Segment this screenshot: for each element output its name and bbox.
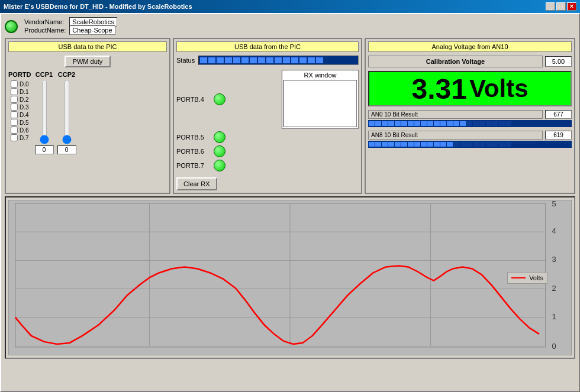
panel-left-title: USB data to the PIC (8, 41, 167, 52)
ccp2-label: CCP2 (58, 71, 75, 78)
chart-legend: Volts (507, 272, 547, 284)
product-name-label: ProductName: (22, 26, 67, 34)
portb4-label: PORTB.4 (176, 96, 209, 103)
connection-led (5, 20, 18, 33)
portd-d5: D.5 (11, 119, 29, 126)
svg-text:5: 5 (552, 200, 556, 208)
svg-text:1: 1 (552, 313, 556, 320)
panel-right-title: Analog Voltage from AN10 (368, 41, 572, 52)
chart-svg: 0 1 2 3 4 5 (9, 200, 571, 355)
portb6-led (214, 145, 225, 157)
portd-d6: D.6 (11, 127, 29, 134)
status-row: Status (176, 56, 359, 65)
window-buttons: _ □ ✕ (546, 2, 576, 11)
ccp2-column: CCP2 0 (57, 71, 76, 154)
ccp1-column: CCP1 0 (35, 71, 54, 154)
portb5-label: PORTB.5 (176, 134, 209, 141)
panel-mid-title: USB data from the PIC (176, 41, 359, 52)
portb7-label: PORTB.7 (176, 162, 209, 169)
portd-d3: D.3 (11, 103, 29, 111)
portd-d7: D.7 (11, 134, 29, 141)
checkbox-d2[interactable] (11, 96, 18, 103)
an8-label: AN8 10 Bit Result (368, 131, 543, 140)
svg-rect-13 (15, 203, 546, 347)
clear-rx-button[interactable]: Clear RX (176, 177, 217, 190)
checkbox-d5[interactable] (11, 119, 18, 126)
minimize-button[interactable]: _ (546, 2, 555, 11)
portd-d4: D.4 (11, 111, 29, 118)
ccp1-label: CCP1 (36, 71, 53, 78)
calibration-label: Calibration Voltage (368, 56, 543, 67)
panel-analog: Analog Voltage from AN10 Calibration Vol… (365, 38, 575, 194)
voltage-display: 3.31 Volts (368, 71, 572, 106)
portd-label: PORTD (8, 71, 31, 78)
close-button[interactable]: ✕ (567, 2, 576, 11)
checkbox-d4[interactable] (11, 111, 18, 118)
calibration-row: Calibration Voltage (368, 56, 572, 67)
voltage-unit: Volts (469, 74, 529, 103)
portd-checkboxes: D.0 D.1 D.2 D.3 D.4 D.5 D.6 D.7 (11, 80, 29, 141)
portb7-led (214, 160, 225, 171)
an8-row: AN8 10 Bit Result 619 (368, 131, 572, 140)
legend-line (511, 277, 526, 278)
calibration-input[interactable] (545, 56, 572, 67)
top-info: VendorName: ScaleRobotics ProductName: C… (5, 18, 575, 34)
portb4-led (214, 93, 225, 105)
chart-inner: 0 1 2 3 4 5 Volts (8, 200, 572, 355)
ccp1-value: 0 (35, 145, 54, 154)
portd-column: PORTD D.0 D.1 D.2 D.3 D.4 D.5 D.6 D.7 (8, 71, 31, 154)
status-bar (198, 56, 359, 65)
portb7-row: PORTB.7 (176, 160, 359, 171)
title-text: Mister E's USBDemo for DT_HID - Modified… (4, 3, 192, 10)
rx-textarea[interactable] (283, 80, 357, 127)
an8-progress-bar (368, 141, 572, 148)
portb5-led (214, 131, 225, 143)
svg-text:2: 2 (552, 284, 556, 292)
checkbox-d1[interactable] (11, 88, 18, 95)
an0-label: AN0 10 Bit Result (368, 110, 543, 119)
portb6-label: PORTB.6 (176, 148, 209, 155)
portd-d0: D.0 (11, 80, 29, 88)
panels-row: USB data to the PIC PWM duty PORTD D.0 D… (5, 38, 575, 194)
clear-rx-container: Clear RX (176, 175, 359, 190)
an0-row: AN0 10 Bit Result 677 (368, 110, 572, 119)
svg-text:0: 0 (552, 342, 556, 350)
chart-section: 0 1 2 3 4 5 Volts (5, 196, 575, 359)
svg-text:3: 3 (552, 256, 556, 264)
legend-label: Volts (529, 274, 543, 281)
pwm-section: PWM duty (8, 56, 167, 67)
portb4-row: PORTB.4 RX window (176, 70, 359, 129)
checkbox-d6[interactable] (11, 127, 18, 134)
ccp2-value: 0 (57, 145, 76, 154)
ccp1-slider[interactable] (38, 79, 50, 144)
svg-text:4: 4 (552, 228, 556, 235)
rx-window-label: RX window (283, 72, 357, 79)
portd-section: PORTD D.0 D.1 D.2 D.3 D.4 D.5 D.6 D.7 CC… (8, 71, 167, 154)
an0-value: 677 (545, 110, 572, 119)
pwm-duty-button[interactable]: PWM duty (65, 56, 111, 67)
product-name-value: Cheap-Scope (69, 25, 115, 35)
status-label: Status (176, 57, 195, 64)
panel-usb-to-pic: USB data to the PIC PWM duty PORTD D.0 D… (5, 38, 170, 194)
an0-progress-bar (368, 120, 572, 127)
panel-usb-from-pic: USB data from the PIC Status (173, 38, 362, 194)
checkbox-d0[interactable] (11, 80, 18, 88)
main-window: VendorName: ScaleRobotics ProductName: C… (0, 13, 580, 392)
portd-d2: D.2 (11, 96, 29, 103)
maximize-button[interactable]: □ (556, 2, 566, 11)
an8-value: 619 (545, 131, 572, 140)
rx-window-area-main: RX window (282, 70, 359, 129)
checkbox-d7[interactable] (11, 134, 18, 141)
portb6-row: PORTB.6 (176, 145, 359, 157)
title-bar: Mister E's USBDemo for DT_HID - Modified… (0, 0, 580, 13)
voltage-number: 3.31 (412, 73, 467, 105)
ccp2-slider[interactable] (61, 79, 73, 144)
portd-d1: D.1 (11, 88, 29, 95)
vendor-name-label: VendorName: (22, 18, 67, 26)
checkbox-d3[interactable] (11, 103, 18, 111)
portb5-row: PORTB.5 (176, 131, 359, 143)
vendor-info: VendorName: ScaleRobotics ProductName: C… (22, 18, 119, 34)
